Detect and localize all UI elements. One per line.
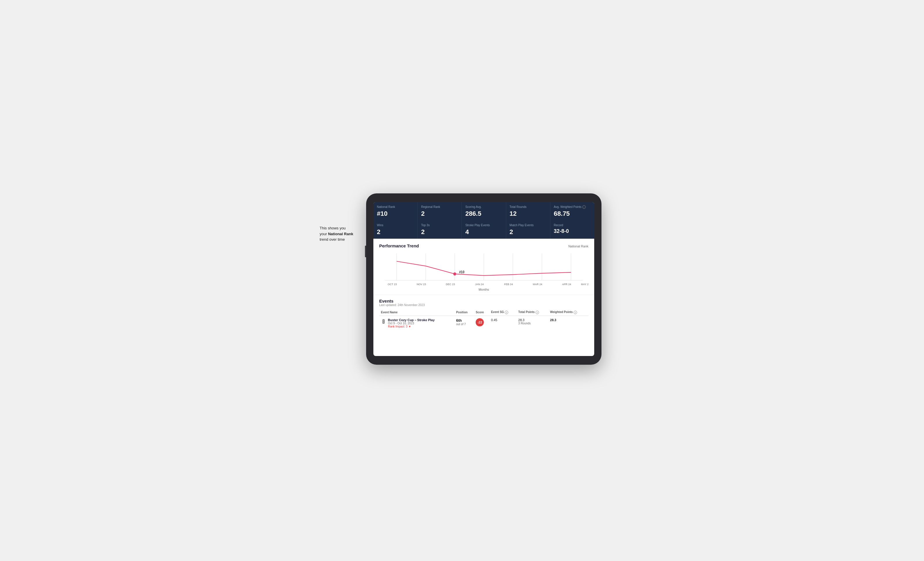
months-label: Months <box>379 288 588 291</box>
outer-scene: This shows you your National Rank trend … <box>320 193 604 368</box>
annotation-line2: your <box>320 232 327 236</box>
events-section: Events Last updated: 24th November 2023 … <box>374 295 594 334</box>
stat-record-value: 32-8-0 <box>554 228 591 234</box>
event-sg-info-icon: i <box>505 311 508 314</box>
score-badge: -22 <box>476 318 484 326</box>
col-event-name: Event Name <box>379 309 454 316</box>
stat-wins-value: 2 <box>377 228 414 236</box>
stat-top3s-value: 2 <box>421 228 458 236</box>
weighted-points-info-icon: i <box>574 311 577 314</box>
col-score: Score <box>474 309 489 316</box>
annotation-bold: National Rank <box>328 232 353 236</box>
event-name: Buster Cozy Cup – Stroke Play <box>388 318 435 322</box>
rank-impact-arrow: ▼ <box>408 325 411 328</box>
table-row: Buster Cozy Cup – Stroke Play Oct 9 - Oc… <box>379 316 588 331</box>
stat-avg-weighted-value: 68.75 <box>554 210 591 217</box>
stat-match-play-value: 2 <box>510 228 546 236</box>
tablet-frame: National Rank #10 Regional Rank 2 Scorin… <box>366 193 602 365</box>
svg-text:FEB 24: FEB 24 <box>504 283 513 286</box>
stat-stroke-play-value: 4 <box>465 228 502 236</box>
trend-chart: #10 OCT 23 NOV 23 DEC 23 JAN 24 FEB 24 M… <box>379 252 588 287</box>
stat-wins-label: Wins <box>377 223 414 227</box>
trend-header: Performance Trend National Rank <box>379 243 588 248</box>
rank-impact: Rank Impact: 3 ▼ <box>388 325 435 328</box>
event-rounds: 3 Rounds <box>518 322 546 325</box>
svg-text:#10: #10 <box>459 270 464 274</box>
stat-top3s: Top 3s 2 <box>417 220 461 239</box>
stat-record: Record 32-8-0 <box>550 220 594 239</box>
stat-wins: Wins 2 <box>374 220 417 239</box>
trend-title: Performance Trend <box>379 243 419 248</box>
performance-trend-section: Performance Trend National Rank <box>374 239 594 295</box>
event-total-points: 28.3 3 Rounds <box>517 316 548 331</box>
col-total-points: Total Points i <box>517 309 548 316</box>
events-title: Events <box>379 299 588 304</box>
stat-avg-weighted: Avg. Weighted Points i 68.75 <box>550 202 594 220</box>
stat-stroke-play: Stroke Play Events 4 <box>462 220 506 239</box>
svg-text:DEC 23: DEC 23 <box>446 283 455 286</box>
annotation-line3: trend over time <box>320 237 345 242</box>
stat-regional-rank-value: 2 <box>421 210 458 217</box>
event-weighted-points: 28.3 <box>548 316 588 331</box>
stat-national-rank: National Rank #10 <box>374 202 417 220</box>
stat-total-rounds-value: 12 <box>510 210 546 217</box>
tablet-screen: National Rank #10 Regional Rank 2 Scorin… <box>374 202 594 356</box>
svg-text:NOV 23: NOV 23 <box>417 283 426 286</box>
stat-top3s-label: Top 3s <box>421 223 458 227</box>
svg-text:APR 24: APR 24 <box>562 283 571 286</box>
avg-weighted-info-icon: i <box>582 205 586 209</box>
stat-match-play: Match Play Events 2 <box>506 220 550 239</box>
position-sub: out of 7 <box>456 323 472 326</box>
golf-bag-icon <box>381 319 386 324</box>
stats-row2: Wins 2 Top 3s 2 Stroke Play Events 4 Mat… <box>374 220 594 239</box>
stat-avg-weighted-label: Avg. Weighted Points i <box>554 205 591 209</box>
svg-text:MAR 24: MAR 24 <box>533 283 542 286</box>
col-weighted-points: Weighted Points i <box>548 309 588 316</box>
event-date: Oct 9 - Oct 10, 2023 <box>388 322 435 325</box>
stat-match-play-label: Match Play Events <box>510 223 546 227</box>
svg-text:JAN 24: JAN 24 <box>475 283 483 286</box>
event-sg: 0.45 <box>489 316 517 331</box>
stat-total-rounds-label: Total Rounds <box>510 205 546 209</box>
stat-scoring-avg-label: Scoring Avg. <box>465 205 502 209</box>
stat-total-rounds: Total Rounds 12 <box>506 202 550 220</box>
stat-scoring-avg: Scoring Avg. 286.5 <box>462 202 506 220</box>
position-value: 6th <box>456 318 472 323</box>
event-position: 6th out of 7 <box>454 316 474 331</box>
events-last-updated: Last updated: 24th November 2023 <box>379 304 588 307</box>
stat-national-rank-value: #10 <box>377 210 414 217</box>
col-position: Position <box>454 309 474 316</box>
event-name-cell: Buster Cozy Cup – Stroke Play Oct 9 - Oc… <box>379 316 454 331</box>
svg-text:MAY 24: MAY 24 <box>581 283 588 286</box>
annotation-line1: This shows you <box>320 226 346 230</box>
stats-row1: National Rank #10 Regional Rank 2 Scorin… <box>374 202 594 220</box>
events-table: Event Name Position Score Event SG i Tot… <box>379 309 588 330</box>
chart-container: #10 OCT 23 NOV 23 DEC 23 JAN 24 FEB 24 M… <box>379 252 588 287</box>
events-table-header: Event Name Position Score Event SG i Tot… <box>379 309 588 316</box>
col-event-sg: Event SG i <box>489 309 517 316</box>
total-points-info-icon: i <box>536 311 539 314</box>
trend-sublabel: National Rank <box>568 244 588 248</box>
svg-text:OCT 23: OCT 23 <box>388 283 397 286</box>
stat-stroke-play-label: Stroke Play Events <box>465 223 502 227</box>
stat-scoring-avg-value: 286.5 <box>465 210 502 217</box>
stat-regional-rank: Regional Rank 2 <box>417 202 461 220</box>
svg-point-9 <box>453 272 456 275</box>
event-score: -22 <box>474 316 489 331</box>
stat-regional-rank-label: Regional Rank <box>421 205 458 209</box>
stat-national-rank-label: National Rank <box>377 205 414 209</box>
stat-record-label: Record <box>554 223 591 227</box>
